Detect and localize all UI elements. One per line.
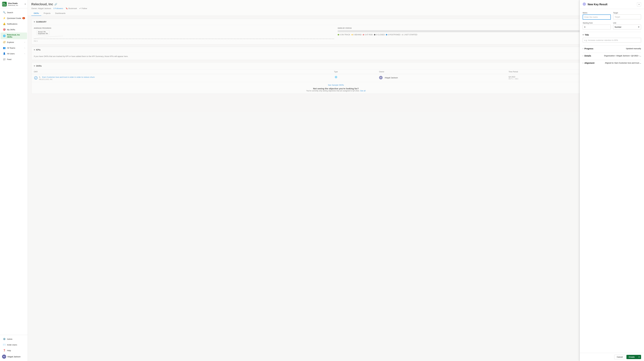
sidebar-logo: Viva Goals [2,2,7,7]
all-users-chevron-icon: › [24,53,25,55]
sidebar-item-invite-label: Invite Users [7,344,25,346]
tab-projects[interactable]: Projects [41,11,53,16]
sidebar-item-admin[interactable]: ⚙️ Admin [0,336,27,342]
okr-org: RELECLOUD, INC [39,79,95,80]
okrs-section-header[interactable]: ▾ OKRs 📋 View [32,62,640,70]
collapse-summary-icon: ▾ [34,21,35,23]
alignment-expand-icon: › [583,62,583,64]
owner-initials: AJ [380,77,382,79]
cancel-button[interactable]: Cancel [614,355,625,359]
owner-avatar: AJ [379,76,382,79]
notifications-icon: 🔔 [3,22,6,26]
progress-expand-icon: › [583,48,583,50]
col-type-label: Type [293,71,379,73]
summary-section-header[interactable]: ▾ SUMMARY [32,19,640,25]
not-seeing-sub: You're currently only seeing objectives … [34,90,638,92]
sidebar-item-all-teams[interactable]: 👥 All Teams › [0,45,27,51]
at-risk-label: 0 AT RISK [365,34,373,36]
sidebar-item-explorer[interactable]: 🧭 Explorer › [0,39,27,45]
kpis-section-title: KPIs [36,49,40,51]
okr-cell: 1. Earn Customer love and trust in order… [34,76,293,80]
create-button-chevron[interactable]: ▾ [637,355,641,359]
target-group: Target [613,12,641,20]
title-section-body [583,38,641,44]
behind-dot [352,34,353,36]
chart-area: Actual: 0% Expected: 0% Oct 1 [34,30,334,42]
okrs-section-title: OKRs [36,65,42,67]
sample-okrs-link[interactable]: See Sample OKRs [34,84,638,86]
col-okr-label: OKR [34,71,293,73]
sidebar-item-notifications[interactable]: 🔔 Notifications [0,21,27,27]
behind-label: 0 BEHIND [354,34,362,36]
okr-name[interactable]: Earn Customer love and trust in order in… [42,76,95,78]
all-teams-chevron-icon: › [24,47,25,49]
invite-icon: ✉️ [3,343,6,346]
follow-button[interactable]: ✔ Follow [79,7,87,10]
panel-close-button[interactable]: × [637,2,641,7]
create-button[interactable]: Create [626,355,637,359]
main-title-row: Relecloud, Inc 🔗 [31,2,640,6]
details-section-header[interactable]: › Details Organization • Abigail Jackson… [583,53,641,59]
sidebar-item-help[interactable]: ❓ Help [0,348,27,353]
not-seeing-sub-text: You're currently only seeing objectives … [306,90,360,92]
relecloud-okrs-icon: 🌐 [3,34,6,38]
sidebar-bottom: ⚙️ Admin ✉️ Invite Users ❓ Help AJ Abiga… [0,335,28,361]
sidebar-item-quickstart[interactable]: ⚡ Quickstart Guide 4 [0,15,27,21]
main-meta-row: Owner: Abigail Jackson 0 Followers 🔖 Boo… [31,7,640,10]
title-input[interactable] [583,38,641,43]
status-not-started: 1 NOT STARTED [402,34,417,36]
main-header: Relecloud, Inc 🔗 Owner: Abigail Jackson … [28,0,644,16]
owner-name: Abigail Jackson [385,77,398,79]
bookmark-icon: 🔖 [66,7,68,10]
followers-meta[interactable]: 0 Followers [54,7,63,10]
user-avatar-row[interactable]: AJ Abigail Jackson [0,353,28,360]
sidebar-navigation: 🔍 Search ⚡ Quickstart Guide 4 🔔 Notifica… [0,8,28,335]
alignment-section-header[interactable]: › Alignment Aligned to: Earn Customer lo… [583,60,641,66]
follow-icon: ✔ [79,7,81,10]
avg-progress-label: AVERAGE PROGRESS [34,27,334,29]
okrs-section-header-left: ▾ OKRs [34,65,42,67]
main-body: ▾ SUMMARY AVERAGE PROGRESS Actual: 0% Ex… [28,16,644,361]
okr-number: 1. [39,76,41,78]
tab-okrs[interactable]: OKRs [31,11,41,16]
sidebar-item-admin-label: Admin [7,338,25,340]
starting-from-input[interactable] [583,25,611,30]
sidebar-item-search[interactable]: 🔍 Search [0,10,27,15]
progress-section-header[interactable]: › Progress Updated manually [583,46,641,52]
help-icon: ❓ [3,349,6,352]
summary-section-body: AVERAGE PROGRESS Actual: 0% Expected: 0% [32,25,640,44]
average-progress-chart: AVERAGE PROGRESS Actual: 0% Expected: 0% [34,27,334,42]
admin-icon: ⚙️ [3,337,6,341]
title-link-icon[interactable]: 🔗 [54,3,57,6]
metric-input[interactable] [583,15,611,20]
unit-select[interactable]: Number Percentage Currency [613,25,641,30]
kpis-section-header[interactable]: ▾ KPIs [32,47,640,53]
sidebar-item-feed[interactable]: 📰 Feed [0,57,27,62]
tab-okrs-label: OKRs [34,12,39,14]
type-globe-icon: 🌐 [335,76,337,78]
see-all-link[interactable]: See all [360,90,366,92]
panel-icon-svg [583,3,586,6]
status-postponed: 0 POSTPONED [386,34,400,36]
sidebar-header[interactable]: Viva Goals Viva Goals Relecloud, Inc ▾ [0,0,28,8]
sidebar-item-all-users[interactable]: 👤 All Users › [0,51,27,56]
starting-from-label: Starting from [583,22,611,24]
avatar: AJ [2,354,6,359]
unit-label: Unit [613,22,641,24]
title-section-header[interactable]: ▾ Title [583,32,641,38]
progress-right-text: Updated manually [626,48,641,50]
target-input[interactable] [613,15,641,19]
sidebar-item-relecloud-okrs-label: Relecloud, Inc OKRs [7,34,25,38]
closed-dot [374,34,376,36]
kpis-section: ▾ KPIs If you have OKRs that are tracked… [31,47,640,60]
sidebar-item-relecloud-okrs[interactable]: 🌐 Relecloud, Inc OKRs [0,33,27,39]
progress-line [34,39,334,39]
sidebar-item-my-okrs-label: My OKRs [7,29,25,31]
bookmark-button[interactable]: 🔖 Bookmark [66,7,77,10]
on-track-dot [338,34,339,36]
tab-dashboards[interactable]: Dashboards [53,11,68,16]
summary-section-title: SUMMARY [36,21,46,23]
okr-status-icon [34,76,38,80]
sidebar-item-my-okrs[interactable]: 🎯 My OKRs [0,27,27,32]
sidebar-item-invite[interactable]: ✉️ Invite Users [0,342,27,347]
